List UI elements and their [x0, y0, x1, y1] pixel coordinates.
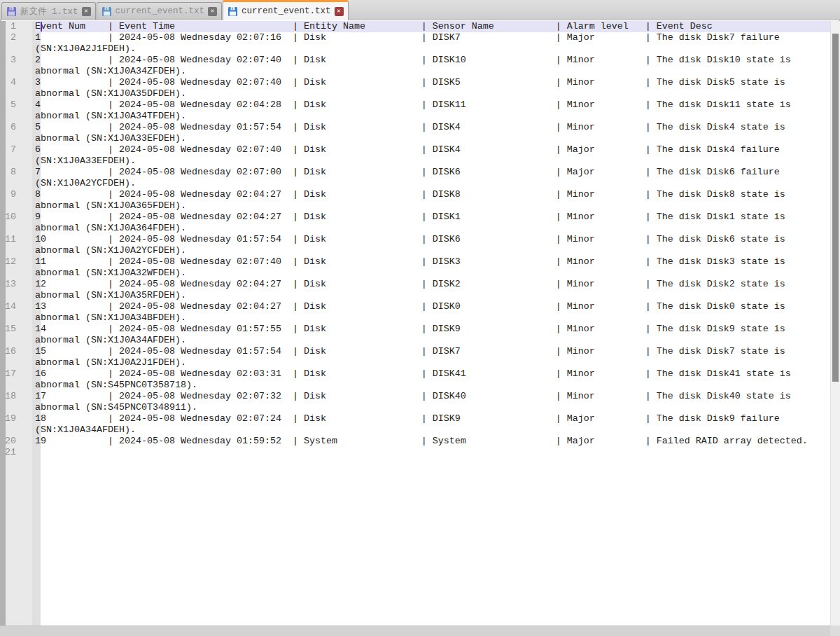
- editor-line: 32 | 2024-05-08 Wednesday 02:07:40 | Dis…: [0, 55, 830, 77]
- line-number: 8: [0, 167, 35, 178]
- line-number: 18: [0, 391, 35, 402]
- line-number: 5: [0, 99, 35, 111]
- vertical-scrollbar-thumb[interactable]: [832, 34, 839, 382]
- line-number: 19: [0, 413, 35, 424]
- code-line[interactable]: 17 | 2024-05-08 Wednesday 02:07:32 | Dis…: [35, 391, 830, 413]
- editor-line: 1413 | 2024-05-08 Wednesday 02:04:27 | D…: [0, 301, 830, 324]
- editor-line: 1110 | 2024-05-08 Wednesday 01:57:54 | D…: [0, 234, 830, 256]
- line-number: 4: [0, 77, 35, 88]
- line-number: 12: [0, 256, 35, 268]
- horizontal-scrollbar[interactable]: [0, 625, 840, 636]
- code-line[interactable]: 6 | 2024-05-08 Wednesday 02:07:40 | Disk…: [35, 144, 830, 167]
- line-number: 7: [0, 144, 35, 155]
- editor-line: 1918 | 2024-05-08 Wednesday 02:07:24 | D…: [0, 413, 830, 436]
- line-number: 20: [0, 436, 35, 447]
- tab-close-icon[interactable]: ✕: [208, 7, 217, 16]
- editor-tab[interactable]: current_event.txt ✕: [97, 2, 223, 20]
- line-number: 15: [0, 324, 35, 335]
- code-line[interactable]: 7 | 2024-05-08 Wednesday 02:07:00 | Disk…: [35, 167, 830, 189]
- editor-tab[interactable]: 新文件 1.txt ✕: [1, 2, 96, 20]
- line-number: 14: [0, 301, 35, 312]
- vertical-scrollbar[interactable]: [830, 21, 840, 625]
- editor-line: 87 | 2024-05-08 Wednesday 02:07:00 | Dis…: [0, 167, 830, 189]
- line-number: 17: [0, 368, 35, 380]
- editor-line: 98 | 2024-05-08 Wednesday 02:04:27 | Dis…: [0, 189, 830, 212]
- floppy-save-icon: [102, 6, 112, 17]
- code-line[interactable]: 15 | 2024-05-08 Wednesday 01:57:54 | Dis…: [35, 346, 830, 368]
- line-number: 3: [0, 55, 35, 66]
- line-number: 1: [0, 21, 35, 32]
- line-number: 11: [0, 234, 35, 245]
- editor-line: 43 | 2024-05-08 Wednesday 02:07:40 | Dis…: [0, 77, 830, 99]
- editor-lines: 1Event Num | Event Time | Entity Name | …: [0, 21, 830, 458]
- code-line[interactable]: 14 | 2024-05-08 Wednesday 01:57:55 | Dis…: [35, 324, 830, 346]
- editor-line: 2019 | 2024-05-08 Wednesday 01:59:52 | S…: [0, 436, 830, 447]
- editor-tab[interactable]: current_event.txt ✕: [223, 0, 349, 20]
- editor-line: 1514 | 2024-05-08 Wednesday 01:57:55 | D…: [0, 324, 830, 346]
- tab-bar: 新文件 1.txt ✕ current_event.txt ✕ current_…: [0, 0, 840, 20]
- text-editor-window: 新文件 1.txt ✕ current_event.txt ✕ current_…: [0, 0, 840, 636]
- code-line[interactable]: [35, 447, 830, 458]
- text-caret: [41, 22, 42, 32]
- scrollbar-corner: [830, 625, 840, 636]
- line-number: 9: [0, 189, 35, 200]
- tab-close-icon[interactable]: ✕: [335, 7, 344, 16]
- code-line[interactable]: 18 | 2024-05-08 Wednesday 02:07:24 | Dis…: [35, 413, 830, 436]
- code-line[interactable]: 4 | 2024-05-08 Wednesday 02:04:28 | Disk…: [35, 99, 830, 122]
- code-line[interactable]: 3 | 2024-05-08 Wednesday 02:07:40 | Disk…: [35, 77, 830, 99]
- code-line[interactable]: 8 | 2024-05-08 Wednesday 02:04:27 | Disk…: [35, 189, 830, 212]
- code-line[interactable]: 13 | 2024-05-08 Wednesday 02:04:27 | Dis…: [35, 301, 830, 324]
- line-number: 2: [0, 32, 35, 43]
- line-number: 10: [0, 212, 35, 223]
- editor-line: 1Event Num | Event Time | Entity Name | …: [0, 21, 830, 32]
- editor-line: 1615 | 2024-05-08 Wednesday 01:57:54 | D…: [0, 346, 830, 368]
- floppy-save-icon: [6, 6, 17, 17]
- editor-line: 76 | 2024-05-08 Wednesday 02:07:40 | Dis…: [0, 144, 830, 167]
- code-line[interactable]: Event Num | Event Time | Entity Name | S…: [35, 21, 830, 32]
- code-line[interactable]: 2 | 2024-05-08 Wednesday 02:07:40 | Disk…: [35, 55, 830, 77]
- code-line[interactable]: 1 | 2024-05-08 Wednesday 02:07:16 | Disk…: [35, 32, 830, 55]
- editor-line: 65 | 2024-05-08 Wednesday 01:57:54 | Dis…: [0, 122, 830, 144]
- code-line[interactable]: 5 | 2024-05-08 Wednesday 01:57:54 | Disk…: [35, 122, 830, 144]
- line-number: 6: [0, 122, 35, 133]
- tab-close-icon[interactable]: ✕: [82, 7, 91, 16]
- editor-line: 1817 | 2024-05-08 Wednesday 02:07:32 | D…: [0, 391, 830, 413]
- code-line[interactable]: 16 | 2024-05-08 Wednesday 02:03:31 | Dis…: [35, 368, 830, 391]
- line-number: 16: [0, 346, 35, 357]
- editor-line: 1211 | 2024-05-08 Wednesday 02:07:40 | D…: [0, 256, 830, 279]
- text-editor[interactable]: 1Event Num | Event Time | Entity Name | …: [0, 21, 830, 625]
- editor-line: 54 | 2024-05-08 Wednesday 02:04:28 | Dis…: [0, 99, 830, 122]
- floppy-save-icon: [227, 6, 238, 17]
- editor-line: 21: [0, 447, 830, 458]
- tab-filename-label: current_event.txt: [241, 6, 331, 16]
- code-line[interactable]: 11 | 2024-05-08 Wednesday 02:07:40 | Dis…: [35, 256, 830, 279]
- editor-line: 1312 | 2024-05-08 Wednesday 02:04:27 | D…: [0, 279, 830, 301]
- editor-line: 21 | 2024-05-08 Wednesday 02:07:16 | Dis…: [0, 32, 830, 55]
- code-line[interactable]: 19 | 2024-05-08 Wednesday 01:59:52 | Sys…: [35, 436, 830, 447]
- line-number: 13: [0, 279, 35, 290]
- tab-filename-label: current_event.txt: [115, 6, 205, 16]
- tab-filename-label: 新文件 1.txt: [20, 6, 78, 18]
- editor-line: 109 | 2024-05-08 Wednesday 02:04:27 | Di…: [0, 212, 830, 234]
- code-line[interactable]: 10 | 2024-05-08 Wednesday 01:57:54 | Dis…: [35, 234, 830, 256]
- editor-line: 1716 | 2024-05-08 Wednesday 02:03:31 | D…: [0, 368, 830, 391]
- line-number: 21: [0, 447, 35, 458]
- code-line[interactable]: 9 | 2024-05-08 Wednesday 02:04:27 | Disk…: [35, 212, 830, 234]
- code-line[interactable]: 12 | 2024-05-08 Wednesday 02:04:27 | Dis…: [35, 279, 830, 301]
